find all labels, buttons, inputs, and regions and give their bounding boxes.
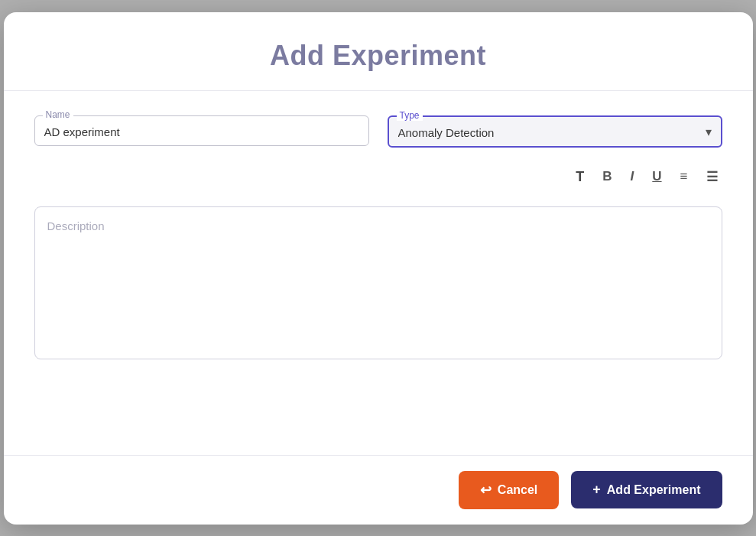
bullet-list-button[interactable]: ≡ <box>676 166 693 187</box>
name-input-container: Name <box>34 115 369 146</box>
name-input[interactable] <box>44 122 359 138</box>
name-label: Name <box>43 109 73 120</box>
numbered-list-button[interactable]: ☰ <box>702 166 722 188</box>
description-toolbar: T B I U ≡ ☰ <box>34 163 722 191</box>
text-format-button[interactable]: T <box>571 166 589 188</box>
bullet-list-icon: ≡ <box>680 169 688 184</box>
type-select[interactable]: Anomaly Detection Classification Regress… <box>398 123 693 139</box>
add-icon: + <box>592 482 601 498</box>
underline-icon: U <box>652 169 661 184</box>
modal-body: Name Type Anomaly Detection Classificati… <box>4 91 753 455</box>
description-placeholder: Description <box>47 219 105 232</box>
modal-title: Add Experiment <box>34 40 722 72</box>
type-label: Type <box>397 110 423 121</box>
type-select-container: Type Anomaly Detection Classification Re… <box>388 115 722 148</box>
add-experiment-button[interactable]: + Add Experiment <box>571 471 722 508</box>
cancel-icon: ↩ <box>480 482 492 499</box>
cancel-button[interactable]: ↩ Cancel <box>459 471 559 509</box>
type-field-wrapper: Type Anomaly Detection Classification Re… <box>388 115 722 148</box>
bold-icon: B <box>602 169 612 184</box>
italic-button[interactable]: I <box>626 166 639 187</box>
italic-icon: I <box>631 169 634 184</box>
cancel-label: Cancel <box>498 483 537 497</box>
text-icon: T <box>576 169 584 185</box>
modal-header: Add Experiment <box>4 12 753 91</box>
underline-button[interactable]: U <box>647 166 666 187</box>
modal-footer: ↩ Cancel + Add Experiment <box>4 455 753 525</box>
form-row-name-type: Name Type Anomaly Detection Classificati… <box>34 115 722 148</box>
description-area[interactable]: Description <box>34 206 722 359</box>
chevron-down-icon: ▾ <box>706 124 712 138</box>
bold-button[interactable]: B <box>598 166 616 187</box>
numbered-list-icon: ☰ <box>706 169 718 185</box>
add-experiment-modal: Add Experiment Name Type Anomaly Detecti… <box>4 12 753 525</box>
add-experiment-label: Add Experiment <box>607 483 701 497</box>
name-field-wrapper: Name <box>34 115 369 146</box>
